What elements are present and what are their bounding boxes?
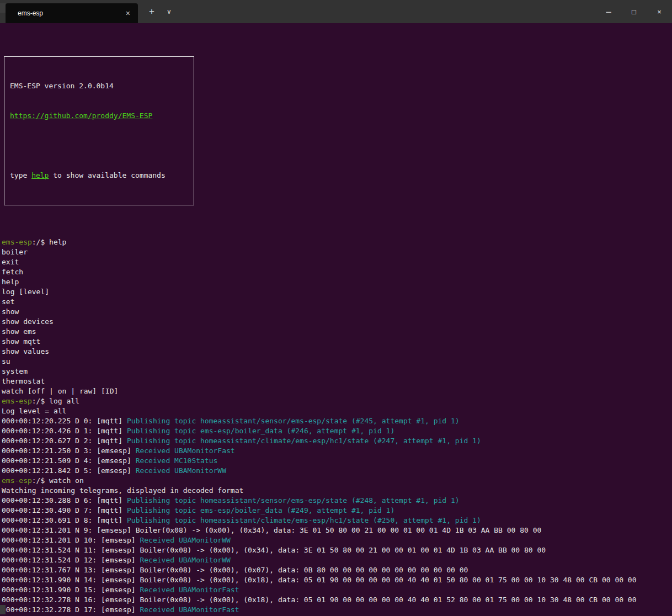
terminal-text: exit: [2, 258, 19, 266]
terminal-line: 000+00:12:21.509 D 4: [emsesp] Received …: [2, 456, 672, 466]
terminal-line: 000+00:12:31.990 N 14: [emsesp] Boiler(0…: [2, 575, 672, 585]
terminal-text: show ems: [2, 327, 36, 336]
scrollbar-up-button[interactable]: [0, 3, 6, 13]
terminal-line: 000+00:12:31.524 D 12: [emsesp] Received…: [2, 555, 672, 565]
terminal-text: Watching incoming telegrams, displayed i…: [2, 486, 243, 495]
terminal-line: show devices: [2, 317, 672, 327]
terminal-text: :/$ watch on: [32, 476, 84, 485]
github-link[interactable]: https://github.com/proddy/EMS-ESP: [10, 111, 152, 120]
terminal-text: Received UBAMonitorFast: [136, 447, 235, 455]
terminal-text: set: [2, 298, 14, 306]
terminal-line: 000+00:12:20.225 D 0: [mqtt] Publishing …: [2, 416, 672, 426]
new-tab-button[interactable]: +: [142, 5, 161, 18]
terminal-line: Log level = all: [2, 406, 672, 416]
minimize-button[interactable]: ─: [596, 0, 621, 23]
terminal-line: 000+00:12:21.250 D 3: [emsesp] Received …: [2, 446, 672, 456]
terminal-text: Received UBAMonitorFast: [140, 586, 239, 594]
terminal-text: log [level]: [2, 288, 49, 296]
terminal-text: show: [2, 307, 19, 316]
terminal-line: log [level]: [2, 287, 672, 297]
terminal-text: Received UBAMonitorWW: [136, 466, 226, 475]
terminal-line: 000+00:12:32.278 N 16: [emsesp] Boiler(0…: [2, 595, 672, 605]
terminal-line: ems-esp:/$ help: [2, 237, 672, 247]
terminal-text: 000+00:12:32.278 D 17: [emsesp]: [2, 606, 140, 614]
terminal-text: 000+00:12:31.767 N 13: [emsesp] Boiler(0…: [2, 566, 468, 574]
titlebar: ems-esp × + ∨ ─ □ ×: [0, 0, 672, 23]
terminal-line: 000+00:12:31.524 N 11: [emsesp] Boiler(0…: [2, 545, 672, 555]
terminal-text: :/$ log all: [32, 397, 79, 405]
terminal-text: Publishing topic homeassistant/sensor/em…: [127, 417, 460, 425]
terminal-line: 000+00:12:30.490 D 7: [mqtt] Publishing …: [2, 506, 672, 516]
terminal-text: show devices: [2, 317, 54, 326]
tab-ems-esp[interactable]: ems-esp ×: [6, 3, 138, 23]
terminal-text: 000+00:12:20.225 D 0: [mqtt]: [2, 417, 127, 425]
terminal-text: system: [2, 367, 28, 375]
banner-help-pre: type: [10, 171, 31, 179]
terminal-text: show mqtt: [2, 337, 40, 346]
terminal-line: ems-esp:/$ log all: [2, 396, 672, 406]
terminal-text: Publishing topic ems-esp/boiler_data (#2…: [127, 427, 394, 435]
terminal-text: ems-esp: [2, 476, 32, 485]
terminal-text: Publishing topic homeassistant/climate/e…: [127, 516, 481, 524]
terminal-text: 000+00:12:31.524 N 11: [emsesp] Boiler(0…: [2, 546, 546, 554]
tab-dropdown-icon[interactable]: ∨: [161, 7, 177, 17]
terminal-text: 000+00:12:21.250 D 3: [emsesp]: [2, 447, 136, 455]
terminal-text: show values: [2, 347, 49, 355]
terminal-text: Received MC10Status: [136, 456, 218, 465]
titlebar-drag-area: [177, 0, 596, 23]
terminal-line: 000+00:12:30.691 D 8: [mqtt] Publishing …: [2, 516, 672, 525]
terminal-text: Log level = all: [2, 407, 66, 415]
terminal-text: 000+00:12:32.278 N 16: [emsesp] Boiler(0…: [2, 596, 637, 604]
terminal-line: show: [2, 307, 672, 317]
terminal-text: Publishing topic homeassistant/climate/e…: [127, 437, 481, 445]
terminal-text: 000+00:12:20.627 D 2: [mqtt]: [2, 437, 127, 445]
tab-close-icon[interactable]: ×: [122, 9, 134, 18]
terminal-line: boiler: [2, 247, 672, 257]
terminal-text: 000+00:12:31.201 D 10: [emsesp]: [2, 536, 140, 544]
terminal-lines: ems-esp:/$ helpboilerexitfetchhelplog [l…: [2, 237, 672, 616]
scrollbar-down-button[interactable]: [0, 605, 6, 614]
tab-label: ems-esp: [18, 9, 122, 17]
banner-version-text: EMS-ESP version 2.0.0b14: [10, 81, 188, 91]
terminal-line: help: [2, 277, 672, 287]
terminal-text: Received UBAMonitorWW: [140, 556, 230, 564]
terminal-line: 000+00:12:31.201 D 10: [emsesp] Received…: [2, 535, 672, 545]
terminal-line: fetch: [2, 267, 672, 277]
terminal-line: show ems: [2, 327, 672, 337]
banner-blank-line: [10, 141, 188, 151]
close-button[interactable]: ×: [647, 0, 672, 23]
terminal-text: Publishing topic homeassistant/sensor/em…: [127, 496, 460, 505]
terminal-text: help: [2, 278, 19, 286]
terminal-line: ems-esp:/$ watch on: [2, 476, 672, 486]
terminal-text: 000+00:12:30.490 D 7: [mqtt]: [2, 506, 127, 514]
terminal-content[interactable]: EMS-ESP version 2.0.0b14 https://github.…: [0, 23, 672, 616]
help-link[interactable]: help: [31, 171, 49, 179]
terminal-line: system: [2, 367, 672, 376]
terminal-line: 000+00:12:31.767 N 13: [emsesp] Boiler(0…: [2, 565, 672, 575]
terminal-text: fetch: [2, 268, 23, 276]
terminal-text: 000+00:12:31.990 N 14: [emsesp] Boiler(0…: [2, 576, 637, 584]
terminal-text: ems-esp: [2, 397, 32, 405]
version-banner: EMS-ESP version 2.0.0b14 https://github.…: [4, 56, 194, 205]
terminal-line: 000+00:12:31.990 D 15: [emsesp] Received…: [2, 585, 672, 595]
maximize-button[interactable]: □: [621, 0, 647, 23]
terminal-text: boiler: [2, 248, 28, 256]
banner-help-text: type help to show available commands: [10, 171, 188, 180]
terminal-text: 000+00:12:21.842 D 5: [emsesp]: [2, 466, 136, 475]
terminal-text: :/$ help: [32, 238, 67, 246]
terminal-text: 000+00:12:20.426 D 1: [mqtt]: [2, 427, 127, 435]
terminal-text: 000+00:12:30.288 D 6: [mqtt]: [2, 496, 127, 505]
terminal-text: 000+00:12:31.524 D 12: [emsesp]: [2, 556, 140, 564]
terminal-line: 000+00:12:31.201 N 9: [emsesp] Boiler(0x…: [2, 525, 672, 535]
terminal-line: 000+00:12:30.288 D 6: [mqtt] Publishing …: [2, 496, 672, 506]
terminal-line: su: [2, 357, 672, 367]
terminal-text: 000+00:12:30.691 D 8: [mqtt]: [2, 516, 127, 524]
terminal-line: exit: [2, 257, 672, 267]
terminal-line: show values: [2, 347, 672, 357]
terminal-line: watch [off | on | raw] [ID]: [2, 386, 672, 396]
terminal-line: set: [2, 297, 672, 307]
terminal-text: 000+00:12:31.201 N 9: [emsesp] Boiler(0x…: [2, 526, 541, 534]
terminal-line: 000+00:12:20.627 D 2: [mqtt] Publishing …: [2, 436, 672, 446]
terminal-line: Watching incoming telegrams, displayed i…: [2, 486, 672, 496]
terminal-text: 000+00:12:21.509 D 4: [emsesp]: [2, 456, 136, 465]
